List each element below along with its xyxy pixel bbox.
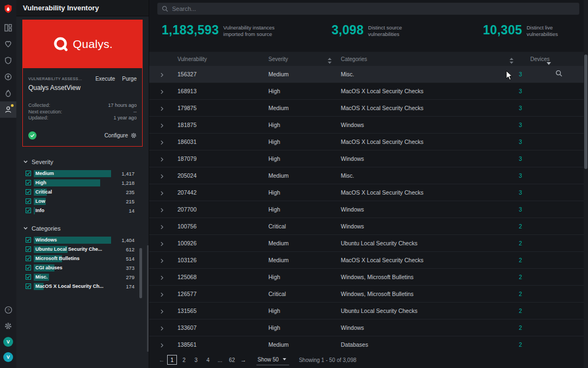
- checkbox-checked[interactable]: [26, 208, 31, 213]
- filter-section-header[interactable]: Categories: [16, 220, 149, 236]
- cell-devices-link[interactable]: 2: [519, 341, 522, 348]
- row-expand-chevron-icon[interactable]: [161, 207, 163, 214]
- table-row[interactable]: 100926 Medium Ubuntu Local Security Chec…: [149, 235, 584, 252]
- filter-row[interactable]: MacOS X Local Security Ch... 174: [16, 282, 149, 291]
- page-size-select[interactable]: Show 50: [256, 355, 289, 365]
- row-expand-chevron-icon[interactable]: [161, 72, 163, 79]
- row-expand-chevron-icon[interactable]: [161, 342, 163, 349]
- row-expand-chevron-icon[interactable]: [161, 140, 163, 146]
- prev-page-button[interactable]: ←: [157, 357, 166, 363]
- row-expand-chevron-icon[interactable]: [161, 156, 163, 163]
- table-row[interactable]: 126577 Critical Windows, Microsoft Bulle…: [149, 286, 584, 303]
- cell-devices-link[interactable]: 3: [519, 88, 522, 94]
- checkbox-checked[interactable]: [26, 256, 31, 261]
- row-expand-chevron-icon[interactable]: [161, 224, 163, 231]
- filter-section-header[interactable]: Severity: [16, 153, 149, 169]
- cell-devices-link[interactable]: 2: [519, 307, 522, 314]
- cell-devices-link[interactable]: 3: [519, 155, 522, 162]
- help-button[interactable]: ?: [0, 301, 16, 318]
- app-logo-icon[interactable]: [3, 3, 14, 14]
- filter-row[interactable]: High 1,218: [16, 178, 149, 188]
- filter-row[interactable]: Medium 1,417: [16, 169, 149, 178]
- configure-button[interactable]: Configure: [105, 132, 137, 138]
- column-header-severity[interactable]: Severity: [268, 56, 288, 62]
- table-row[interactable]: 103126 Medium MacOS X Local Security Che…: [149, 252, 584, 269]
- cell-devices-link[interactable]: 2: [519, 291, 522, 297]
- page-button[interactable]: 62: [227, 355, 237, 365]
- next-page-button[interactable]: →: [239, 357, 248, 363]
- sidebar-scrollbar-thumb[interactable]: [147, 245, 149, 352]
- table-row[interactable]: 168913 High MacOS X Local Security Check…: [149, 83, 584, 100]
- filter-row[interactable]: CGI abuses 373: [16, 263, 149, 273]
- column-header-vulnerability[interactable]: Vulnerability: [177, 56, 207, 62]
- filter-row[interactable]: Ubuntu Local Security Che... 612: [16, 245, 149, 254]
- table-row[interactable]: 181875 High Windows 3: [149, 117, 584, 134]
- cell-devices-link[interactable]: 3: [519, 189, 522, 196]
- row-expand-chevron-icon[interactable]: [161, 275, 163, 281]
- rail-item-threat-intel[interactable]: [0, 85, 16, 101]
- rail-item-escalations[interactable]: [0, 69, 16, 85]
- cell-devices-link[interactable]: 2: [519, 240, 522, 246]
- row-expand-chevron-icon[interactable]: [161, 241, 163, 248]
- table-row[interactable]: 156327 Medium Misc. 3: [149, 66, 584, 83]
- page-button[interactable]: 3: [191, 355, 201, 365]
- table-row[interactable]: 207700 High Windows 3: [149, 201, 584, 218]
- sort-icon[interactable]: [328, 56, 332, 66]
- rail-item-security[interactable]: [0, 52, 16, 69]
- cell-devices-link[interactable]: 2: [519, 274, 522, 280]
- cell-devices-link[interactable]: 3: [519, 71, 522, 77]
- avatar-user-2[interactable]: V: [3, 352, 13, 362]
- table-row[interactable]: 205024 Medium Misc. 3: [149, 167, 584, 184]
- table-row[interactable]: 186031 High MacOS X Local Security Check…: [149, 134, 584, 150]
- checkbox-checked[interactable]: [26, 237, 31, 243]
- table-row[interactable]: 125068 High Windows, Microsoft Bulletins…: [149, 269, 584, 286]
- table-row[interactable]: 179875 Medium MacOS X Local Security Che…: [149, 100, 584, 117]
- categories-scrollbar-thumb[interactable]: [139, 248, 142, 298]
- table-row[interactable]: 138561 Medium Databases 2: [149, 336, 584, 352]
- avatar-user-1[interactable]: V: [3, 337, 13, 347]
- cell-devices-link[interactable]: 3: [519, 172, 522, 179]
- page-button[interactable]: 2: [179, 355, 189, 365]
- row-expand-chevron-icon[interactable]: [161, 258, 163, 264]
- table-row[interactable]: 131565 High Ubuntu Local Security Checks…: [149, 303, 584, 319]
- cell-devices-link[interactable]: 2: [519, 223, 522, 230]
- settings-button[interactable]: [0, 318, 16, 334]
- checkbox-checked[interactable]: [26, 246, 31, 252]
- checkbox-checked[interactable]: [26, 180, 31, 185]
- row-expand-chevron-icon[interactable]: [161, 173, 163, 180]
- page-button[interactable]: 1: [167, 355, 177, 365]
- checkbox-checked[interactable]: [26, 189, 31, 195]
- row-expand-chevron-icon[interactable]: [161, 292, 163, 298]
- checkbox-checked[interactable]: [26, 265, 31, 270]
- purge-button[interactable]: Purge: [122, 76, 137, 82]
- row-expand-chevron-icon[interactable]: [161, 309, 163, 315]
- cell-devices-link[interactable]: 3: [519, 138, 522, 145]
- filter-row[interactable]: Misc. 279: [16, 273, 149, 282]
- checkbox-checked[interactable]: [26, 171, 31, 176]
- column-header-categories[interactable]: Categories: [341, 56, 367, 62]
- cell-devices-link[interactable]: 3: [519, 206, 522, 213]
- row-expand-chevron-icon[interactable]: [161, 325, 163, 332]
- filter-row[interactable]: Low 215: [16, 197, 149, 206]
- filter-row[interactable]: Microsoft Bulletins 514: [16, 254, 149, 263]
- filter-row[interactable]: Critical 235: [16, 188, 149, 197]
- checkbox-checked[interactable]: [26, 198, 31, 204]
- execute-button[interactable]: Execute: [95, 76, 115, 82]
- filter-row[interactable]: Windows 1,404: [16, 236, 149, 245]
- rail-item-dashboard[interactable]: [0, 20, 16, 36]
- page-button[interactable]: 4: [203, 355, 213, 365]
- table-row[interactable]: 100756 Critical Windows 2: [149, 218, 584, 235]
- table-row[interactable]: 207442 High MacOS X Local Security Check…: [149, 184, 584, 201]
- scrollbar-thumb[interactable]: [584, 55, 587, 169]
- cell-devices-link[interactable]: 3: [519, 105, 522, 111]
- sort-icon[interactable]: [510, 56, 513, 66]
- rail-item-entities[interactable]: [0, 101, 16, 118]
- checkbox-checked[interactable]: [26, 274, 31, 280]
- row-expand-chevron-icon[interactable]: [161, 123, 163, 129]
- table-row[interactable]: 133607 High Windows 2: [149, 319, 584, 336]
- checkbox-checked[interactable]: [26, 283, 31, 289]
- rail-item-health[interactable]: [0, 36, 16, 52]
- cell-devices-link[interactable]: 2: [519, 324, 522, 331]
- row-expand-chevron-icon[interactable]: [161, 190, 163, 197]
- cell-devices-link[interactable]: 3: [519, 122, 522, 128]
